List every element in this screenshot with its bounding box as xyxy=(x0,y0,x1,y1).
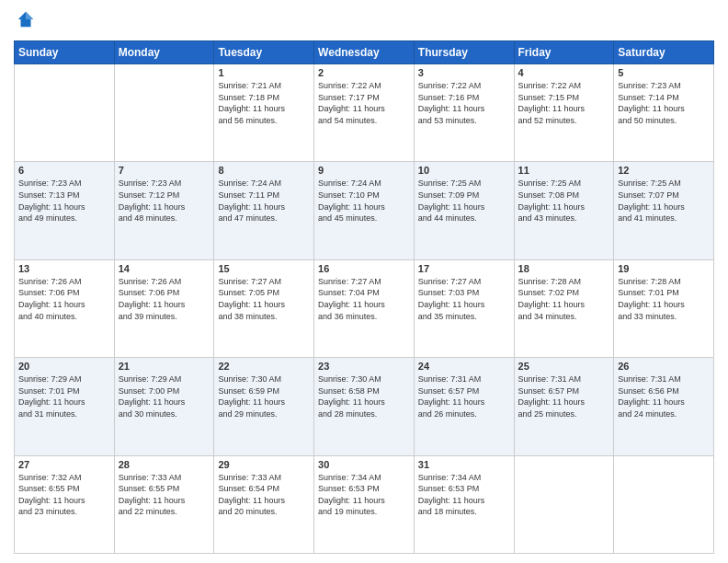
calendar-cell: 4Sunrise: 7:22 AM Sunset: 7:15 PM Daylig… xyxy=(514,64,614,162)
calendar-cell: 17Sunrise: 7:27 AM Sunset: 7:03 PM Dayli… xyxy=(414,259,514,357)
day-number: 28 xyxy=(119,459,210,470)
header xyxy=(14,9,714,33)
calendar-header: SundayMondayTuesdayWednesdayThursdayFrid… xyxy=(15,41,714,64)
day-info: Sunrise: 7:25 AM Sunset: 7:08 PM Dayligh… xyxy=(518,178,610,224)
day-info: Sunrise: 7:26 AM Sunset: 7:06 PM Dayligh… xyxy=(18,276,110,322)
calendar-table: SundayMondayTuesdayWednesdayThursdayFrid… xyxy=(14,40,714,554)
weekday-header-monday: Monday xyxy=(114,41,214,64)
day-info: Sunrise: 7:22 AM Sunset: 7:15 PM Dayligh… xyxy=(518,80,610,126)
calendar-cell: 10Sunrise: 7:25 AM Sunset: 7:09 PM Dayli… xyxy=(414,162,514,259)
logo-icon xyxy=(16,9,36,29)
day-number: 31 xyxy=(418,459,510,470)
calendar-cell: 23Sunrise: 7:30 AM Sunset: 6:58 PM Dayli… xyxy=(314,358,415,455)
svg-marker-1 xyxy=(26,12,33,19)
day-info: Sunrise: 7:31 AM Sunset: 6:57 PM Dayligh… xyxy=(518,373,610,419)
calendar-cell: 11Sunrise: 7:25 AM Sunset: 7:08 PM Dayli… xyxy=(514,162,614,259)
calendar-cell: 3Sunrise: 7:22 AM Sunset: 7:16 PM Daylig… xyxy=(414,64,514,162)
calendar-cell: 30Sunrise: 7:34 AM Sunset: 6:53 PM Dayli… xyxy=(314,455,415,553)
calendar-cell: 18Sunrise: 7:28 AM Sunset: 7:02 PM Dayli… xyxy=(514,259,614,357)
day-info: Sunrise: 7:24 AM Sunset: 7:10 PM Dayligh… xyxy=(318,178,410,224)
weekday-header-tuesday: Tuesday xyxy=(214,41,314,64)
day-info: Sunrise: 7:34 AM Sunset: 6:53 PM Dayligh… xyxy=(318,472,410,518)
calendar-cell: 2Sunrise: 7:22 AM Sunset: 7:17 PM Daylig… xyxy=(314,64,415,162)
day-info: Sunrise: 7:23 AM Sunset: 7:12 PM Dayligh… xyxy=(119,178,210,224)
calendar-cell: 26Sunrise: 7:31 AM Sunset: 6:56 PM Dayli… xyxy=(614,358,714,455)
logo xyxy=(14,9,38,33)
calendar-cell xyxy=(114,64,214,162)
day-number: 21 xyxy=(119,361,210,372)
calendar-cell: 25Sunrise: 7:31 AM Sunset: 6:57 PM Dayli… xyxy=(514,358,614,455)
day-number: 3 xyxy=(418,67,510,78)
day-number: 25 xyxy=(518,361,610,372)
day-number: 26 xyxy=(618,361,710,372)
calendar-cell: 31Sunrise: 7:34 AM Sunset: 6:53 PM Dayli… xyxy=(414,455,514,553)
day-number: 11 xyxy=(518,165,610,176)
calendar-cell: 21Sunrise: 7:29 AM Sunset: 7:00 PM Dayli… xyxy=(114,358,214,455)
day-info: Sunrise: 7:26 AM Sunset: 7:06 PM Dayligh… xyxy=(119,276,210,322)
day-number: 10 xyxy=(418,165,510,176)
day-info: Sunrise: 7:29 AM Sunset: 7:00 PM Dayligh… xyxy=(119,373,210,419)
weekday-header-wednesday: Wednesday xyxy=(314,41,415,64)
weekday-header-saturday: Saturday xyxy=(614,41,714,64)
calendar-cell: 5Sunrise: 7:23 AM Sunset: 7:14 PM Daylig… xyxy=(614,64,714,162)
day-number: 6 xyxy=(18,165,110,176)
page: SundayMondayTuesdayWednesdayThursdayFrid… xyxy=(0,0,728,563)
day-number: 7 xyxy=(119,165,210,176)
calendar-cell xyxy=(514,455,614,553)
day-info: Sunrise: 7:23 AM Sunset: 7:14 PM Dayligh… xyxy=(618,80,710,126)
calendar-cell xyxy=(15,64,115,162)
day-info: Sunrise: 7:31 AM Sunset: 6:57 PM Dayligh… xyxy=(418,373,510,419)
day-number: 12 xyxy=(618,165,710,176)
day-number: 27 xyxy=(18,459,110,470)
day-info: Sunrise: 7:33 AM Sunset: 6:55 PM Dayligh… xyxy=(119,472,210,518)
day-info: Sunrise: 7:21 AM Sunset: 7:18 PM Dayligh… xyxy=(218,80,310,126)
day-info: Sunrise: 7:31 AM Sunset: 6:56 PM Dayligh… xyxy=(618,373,710,419)
day-number: 13 xyxy=(18,263,110,274)
calendar-cell: 27Sunrise: 7:32 AM Sunset: 6:55 PM Dayli… xyxy=(15,455,115,553)
weekday-header-thursday: Thursday xyxy=(414,41,514,64)
day-number: 20 xyxy=(18,361,110,372)
day-info: Sunrise: 7:23 AM Sunset: 7:13 PM Dayligh… xyxy=(18,178,110,224)
day-number: 9 xyxy=(318,165,410,176)
day-info: Sunrise: 7:34 AM Sunset: 6:53 PM Dayligh… xyxy=(418,472,510,518)
calendar-cell: 12Sunrise: 7:25 AM Sunset: 7:07 PM Dayli… xyxy=(614,162,714,259)
day-info: Sunrise: 7:32 AM Sunset: 6:55 PM Dayligh… xyxy=(18,472,110,518)
day-number: 4 xyxy=(518,67,610,78)
day-number: 17 xyxy=(418,263,510,274)
day-number: 2 xyxy=(318,67,410,78)
day-number: 30 xyxy=(318,459,410,470)
day-info: Sunrise: 7:27 AM Sunset: 7:03 PM Dayligh… xyxy=(418,276,510,322)
day-number: 23 xyxy=(318,361,410,372)
day-info: Sunrise: 7:22 AM Sunset: 7:16 PM Dayligh… xyxy=(418,80,510,126)
day-info: Sunrise: 7:27 AM Sunset: 7:05 PM Dayligh… xyxy=(218,276,310,322)
day-number: 16 xyxy=(318,263,410,274)
day-info: Sunrise: 7:28 AM Sunset: 7:02 PM Dayligh… xyxy=(518,276,610,322)
day-number: 1 xyxy=(218,67,310,78)
day-info: Sunrise: 7:30 AM Sunset: 6:58 PM Dayligh… xyxy=(318,373,410,419)
day-info: Sunrise: 7:22 AM Sunset: 7:17 PM Dayligh… xyxy=(318,80,410,126)
calendar-cell: 8Sunrise: 7:24 AM Sunset: 7:11 PM Daylig… xyxy=(214,162,314,259)
day-number: 19 xyxy=(618,263,710,274)
day-info: Sunrise: 7:27 AM Sunset: 7:04 PM Dayligh… xyxy=(318,276,410,322)
calendar-cell: 28Sunrise: 7:33 AM Sunset: 6:55 PM Dayli… xyxy=(114,455,214,553)
day-info: Sunrise: 7:33 AM Sunset: 6:54 PM Dayligh… xyxy=(218,472,310,518)
day-info: Sunrise: 7:24 AM Sunset: 7:11 PM Dayligh… xyxy=(218,178,310,224)
calendar-cell: 6Sunrise: 7:23 AM Sunset: 7:13 PM Daylig… xyxy=(15,162,115,259)
day-info: Sunrise: 7:28 AM Sunset: 7:01 PM Dayligh… xyxy=(618,276,710,322)
calendar-cell: 16Sunrise: 7:27 AM Sunset: 7:04 PM Dayli… xyxy=(314,259,415,357)
day-number: 8 xyxy=(218,165,310,176)
calendar-cell: 1Sunrise: 7:21 AM Sunset: 7:18 PM Daylig… xyxy=(214,64,314,162)
day-number: 14 xyxy=(119,263,210,274)
calendar-cell: 15Sunrise: 7:27 AM Sunset: 7:05 PM Dayli… xyxy=(214,259,314,357)
day-info: Sunrise: 7:30 AM Sunset: 6:59 PM Dayligh… xyxy=(218,373,310,419)
calendar-cell: 24Sunrise: 7:31 AM Sunset: 6:57 PM Dayli… xyxy=(414,358,514,455)
calendar-cell: 13Sunrise: 7:26 AM Sunset: 7:06 PM Dayli… xyxy=(15,259,115,357)
calendar-cell xyxy=(614,455,714,553)
day-number: 18 xyxy=(518,263,610,274)
calendar-cell: 9Sunrise: 7:24 AM Sunset: 7:10 PM Daylig… xyxy=(314,162,415,259)
weekday-header-friday: Friday xyxy=(514,41,614,64)
calendar-cell: 29Sunrise: 7:33 AM Sunset: 6:54 PM Dayli… xyxy=(214,455,314,553)
calendar-cell: 14Sunrise: 7:26 AM Sunset: 7:06 PM Dayli… xyxy=(114,259,214,357)
calendar-cell: 22Sunrise: 7:30 AM Sunset: 6:59 PM Dayli… xyxy=(214,358,314,455)
day-info: Sunrise: 7:29 AM Sunset: 7:01 PM Dayligh… xyxy=(18,373,110,419)
